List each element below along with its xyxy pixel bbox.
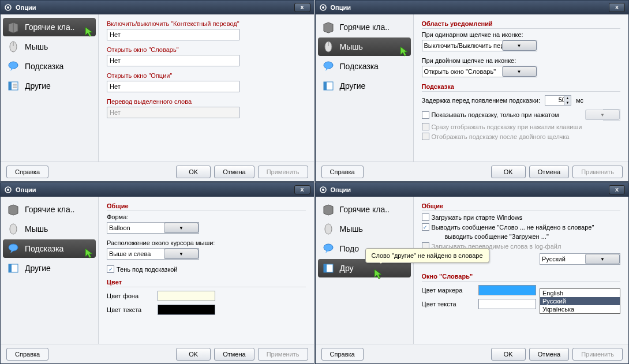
sidebar-item-hotkeys[interactable]: Горячие кла.. [318, 18, 411, 36]
field-label: Перевод выделенного слова [107, 98, 306, 105]
sidebar-item-label: Мышь [25, 224, 48, 234]
form-label: Форма: [107, 213, 306, 220]
options-window-tooltip: Опции X Горячие кла.. Мышь Подсказка Дру… [0, 182, 314, 364]
checkbox-notfound-msg[interactable] [422, 223, 429, 231]
sidebar: Горячие кла.. Мышь Подо Дру [316, 197, 414, 344]
titlebar[interactable]: Опции X [316, 1, 629, 14]
window-title: Опции [16, 186, 294, 193]
sidebar-item-label: Мышь [25, 42, 48, 51]
apply-button[interactable]: Применить [258, 166, 308, 178]
sidebar-item-hotkeys[interactable]: Горячие кла.. [3, 200, 96, 219]
single-click-label: При одинарном щелчке на иконке: [422, 31, 621, 38]
svg-point-19 [10, 224, 17, 234]
checkbox-autostart[interactable] [422, 213, 429, 221]
checkbox-label: Тень под подсказкой [117, 266, 177, 273]
mouse-icon [321, 222, 335, 236]
sidebar-item-other[interactable]: Другие [3, 77, 96, 95]
checkbox-show-on-press[interactable] [422, 111, 429, 119]
app-icon [319, 3, 327, 12]
content-other: Общие Загружать при старте Windows Вывод… [414, 197, 629, 344]
close-icon: X [300, 5, 304, 10]
ok-button[interactable]: OK [491, 348, 526, 361]
tooltip-balloon: Слово "другие" не найдено в словаре [365, 248, 489, 263]
spin-buttons[interactable]: ▲▼ [564, 96, 571, 105]
sidebar-item-other[interactable]: Другие [318, 77, 411, 95]
dropdown-option[interactable]: English [540, 289, 620, 297]
sidebar-item-hotkeys[interactable]: Горячие кла.. [3, 18, 96, 36]
sidebar-item-tooltip[interactable]: Подсказка [318, 57, 411, 76]
cancel-button[interactable]: Отмена [529, 166, 569, 178]
bg-color-swatch[interactable] [158, 291, 215, 301]
language-combo[interactable]: Русский▼ [540, 253, 620, 265]
sidebar-item-mouse[interactable]: Мышь [318, 37, 411, 56]
titlebar[interactable]: Опции X [1, 1, 314, 14]
checkbox-shadow[interactable] [107, 265, 114, 273]
apply-button[interactable]: Применить [572, 166, 623, 178]
content-hotkeys: Включить/выключить "Контекстный перевод"… [99, 14, 314, 162]
section-colors: Цвет [107, 279, 306, 287]
ok-button[interactable]: OK [176, 348, 211, 361]
form-combo[interactable]: Balloon▼ [107, 222, 199, 234]
cancel-button[interactable]: Отмена [529, 348, 569, 361]
double-click-label: При двойном щелчке на иконке: [422, 57, 621, 64]
double-click-combo[interactable]: Открыть окно "Словарь"▼ [422, 66, 537, 77]
close-icon: X [300, 187, 304, 193]
section-notification: Область уведомлений [422, 20, 621, 29]
position-combo[interactable]: Выше и слева▼ [107, 248, 199, 260]
dropdown-option[interactable]: Українська [540, 305, 620, 313]
close-button[interactable]: X [609, 3, 625, 12]
svg-point-18 [7, 189, 9, 191]
apply-button[interactable]: Применить [258, 348, 308, 361]
close-button[interactable]: X [294, 3, 310, 12]
sidebar-item-hotkeys[interactable]: Горячие кла.. [318, 200, 411, 219]
chevron-down-icon: ▼ [164, 249, 199, 259]
hotkey-input-context[interactable] [107, 29, 239, 40]
book-icon [321, 20, 335, 34]
language-dropdown-list[interactable]: English Русский Українська [540, 288, 620, 314]
help-button[interactable]: Справка [321, 348, 364, 361]
sidebar-item-tooltip[interactable]: Подсказка [3, 239, 96, 258]
cancel-button[interactable]: Отмена [214, 348, 254, 361]
titlebar[interactable]: Опции X [316, 183, 629, 197]
single-click-combo[interactable]: Выключить/Выключить перевод▼ [422, 40, 537, 51]
hotkey-input-dictionary[interactable] [107, 55, 239, 66]
marker-color-swatch[interactable] [478, 285, 536, 295]
marker-color-label: Цвет маркера [422, 287, 474, 294]
sidebar-item-mouse[interactable]: Мышь [3, 220, 96, 238]
app-icon [4, 186, 12, 194]
apply-button[interactable]: Применить [572, 348, 623, 361]
section-dictionary: Окно "Словарь" [422, 273, 621, 282]
hotkey-input-options[interactable] [107, 81, 239, 92]
ok-button[interactable]: OK [176, 166, 211, 178]
svg-rect-16 [324, 82, 327, 90]
ok-button[interactable]: OK [491, 166, 526, 178]
list-icon [321, 79, 335, 93]
titlebar[interactable]: Опции X [1, 183, 314, 197]
cancel-button[interactable]: Отмена [214, 166, 254, 178]
mouse-icon [6, 222, 20, 236]
sidebar-item-mouse[interactable]: Мышь [3, 37, 96, 56]
text-color-label: Цвет текста [107, 306, 153, 313]
checkbox-doubleclick [422, 133, 429, 140]
help-button[interactable]: Справка [321, 166, 364, 178]
sidebar-item-label: Другие [25, 264, 51, 273]
balloon-icon [6, 59, 20, 73]
options-window-hotkeys: Опции X Горячие кла.. Мышь Подсказка Дру… [0, 0, 314, 182]
sidebar-item-other[interactable]: Другие [3, 259, 96, 277]
sidebar-item-mouse[interactable]: Мышь [318, 220, 411, 238]
help-button[interactable]: Справка [6, 166, 48, 178]
dropdown-option[interactable]: Русский [540, 297, 620, 305]
cursor-icon [84, 247, 97, 260]
section-general: Общие [107, 202, 306, 211]
sidebar-item-tooltip[interactable]: Подсказка [3, 57, 96, 76]
sidebar: Горячие кла.. Мышь Подсказка Другие [1, 197, 99, 344]
text-color-swatch[interactable] [158, 305, 215, 315]
text-color-swatch[interactable] [478, 299, 536, 309]
help-button[interactable]: Справка [6, 348, 48, 361]
close-button[interactable]: X [609, 185, 625, 194]
mouse-icon [321, 40, 335, 54]
close-button[interactable]: X [294, 185, 310, 194]
delay-spinner[interactable]: 500▲▼ [545, 95, 571, 106]
sidebar-item-label: Дру [340, 264, 354, 273]
section-general: Общие [422, 202, 621, 211]
